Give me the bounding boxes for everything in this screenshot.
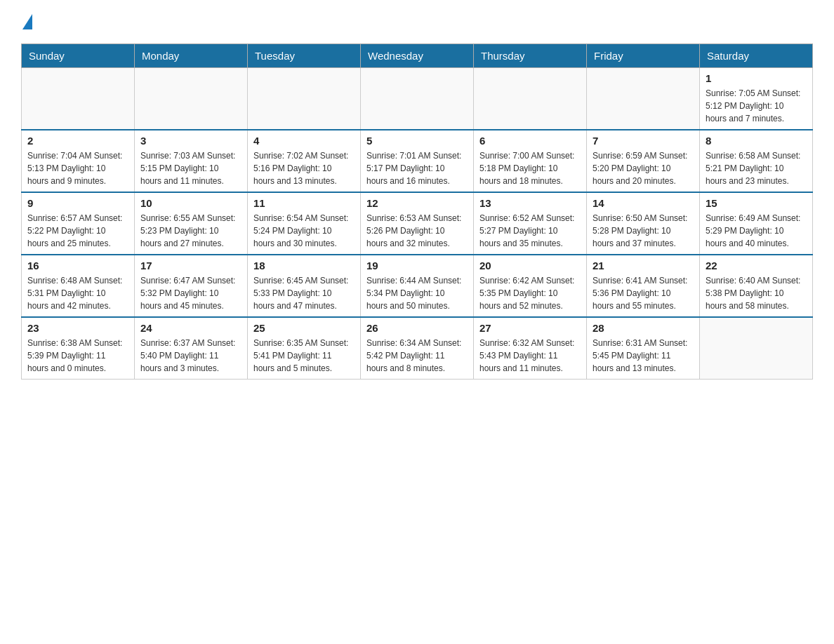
day-number: 11 [253,197,355,209]
day-info: Sunrise: 6:32 AM Sunset: 5:43 PM Dayligh… [479,337,581,375]
calendar-header-sunday: Sunday [22,44,135,68]
day-number: 17 [140,260,241,271]
day-number: 10 [140,197,241,209]
calendar-header-friday: Friday [587,44,700,68]
day-number: 13 [479,197,581,209]
calendar-cell: 19Sunrise: 6:44 AM Sunset: 5:34 PM Dayli… [361,255,474,317]
day-info: Sunrise: 6:31 AM Sunset: 5:45 PM Dayligh… [593,337,694,375]
day-info: Sunrise: 6:47 AM Sunset: 5:32 PM Dayligh… [140,274,241,312]
calendar-cell: 16Sunrise: 6:48 AM Sunset: 5:31 PM Dayli… [22,255,135,317]
day-info: Sunrise: 6:58 AM Sunset: 5:21 PM Dayligh… [706,149,807,187]
calendar-cell [474,68,587,130]
calendar-cell: 23Sunrise: 6:38 AM Sunset: 5:39 PM Dayli… [22,317,135,380]
day-info: Sunrise: 6:48 AM Sunset: 5:31 PM Dayligh… [27,274,128,312]
logo [21,14,34,29]
calendar-cell: 18Sunrise: 6:45 AM Sunset: 5:33 PM Dayli… [248,255,361,317]
calendar-cell: 5Sunrise: 7:01 AM Sunset: 5:17 PM Daylig… [361,130,474,192]
calendar-cell: 22Sunrise: 6:40 AM Sunset: 5:38 PM Dayli… [700,255,813,317]
calendar-cell [22,68,135,130]
day-info: Sunrise: 6:54 AM Sunset: 5:24 PM Dayligh… [253,212,355,250]
day-number: 7 [593,135,694,147]
calendar-cell: 21Sunrise: 6:41 AM Sunset: 5:36 PM Dayli… [587,255,700,317]
calendar-week-row: 2Sunrise: 7:04 AM Sunset: 5:13 PM Daylig… [22,130,813,192]
calendar-table: SundayMondayTuesdayWednesdayThursdayFrid… [21,43,813,380]
day-number: 25 [253,322,355,334]
day-number: 14 [593,197,694,209]
calendar-cell: 1Sunrise: 7:05 AM Sunset: 5:12 PM Daylig… [700,68,813,130]
day-number: 28 [593,322,694,334]
day-number: 26 [366,322,468,334]
calendar-cell: 26Sunrise: 6:34 AM Sunset: 5:42 PM Dayli… [361,317,474,380]
day-info: Sunrise: 6:44 AM Sunset: 5:34 PM Dayligh… [366,274,468,312]
day-info: Sunrise: 6:42 AM Sunset: 5:35 PM Dayligh… [479,274,581,312]
calendar-cell [248,68,361,130]
page-header [21,14,813,29]
day-info: Sunrise: 6:57 AM Sunset: 5:22 PM Dayligh… [27,212,128,250]
calendar-header-tuesday: Tuesday [248,44,361,68]
day-number: 6 [479,135,581,147]
day-info: Sunrise: 7:04 AM Sunset: 5:13 PM Dayligh… [27,149,128,187]
calendar-cell: 15Sunrise: 6:49 AM Sunset: 5:29 PM Dayli… [700,192,813,255]
calendar-cell [700,317,813,380]
day-info: Sunrise: 7:02 AM Sunset: 5:16 PM Dayligh… [253,149,355,187]
calendar-week-row: 9Sunrise: 6:57 AM Sunset: 5:22 PM Daylig… [22,192,813,255]
day-number: 21 [593,260,694,271]
calendar-cell: 20Sunrise: 6:42 AM Sunset: 5:35 PM Dayli… [474,255,587,317]
calendar-cell: 27Sunrise: 6:32 AM Sunset: 5:43 PM Dayli… [474,317,587,380]
day-number: 9 [27,197,128,209]
calendar-cell [361,68,474,130]
calendar-cell: 7Sunrise: 6:59 AM Sunset: 5:20 PM Daylig… [587,130,700,192]
day-number: 20 [479,260,581,271]
day-info: Sunrise: 6:40 AM Sunset: 5:38 PM Dayligh… [706,274,807,312]
calendar-cell: 3Sunrise: 7:03 AM Sunset: 5:15 PM Daylig… [135,130,248,192]
calendar-header-row: SundayMondayTuesdayWednesdayThursdayFrid… [22,44,813,68]
day-number: 19 [366,260,468,271]
calendar-header-monday: Monday [135,44,248,68]
calendar-header-wednesday: Wednesday [361,44,474,68]
calendar-cell: 14Sunrise: 6:50 AM Sunset: 5:28 PM Dayli… [587,192,700,255]
calendar-week-row: 16Sunrise: 6:48 AM Sunset: 5:31 PM Dayli… [22,255,813,317]
day-info: Sunrise: 6:49 AM Sunset: 5:29 PM Dayligh… [706,212,807,250]
day-info: Sunrise: 6:35 AM Sunset: 5:41 PM Dayligh… [253,337,355,375]
calendar-cell [587,68,700,130]
day-info: Sunrise: 7:01 AM Sunset: 5:17 PM Dayligh… [366,149,468,187]
day-number: 2 [27,135,128,147]
day-number: 5 [366,135,468,147]
day-info: Sunrise: 7:00 AM Sunset: 5:18 PM Dayligh… [479,149,581,187]
day-info: Sunrise: 7:03 AM Sunset: 5:15 PM Dayligh… [140,149,241,187]
day-number: 8 [706,135,807,147]
calendar-cell: 12Sunrise: 6:53 AM Sunset: 5:26 PM Dayli… [361,192,474,255]
logo-triangle-icon [22,14,32,29]
calendar-week-row: 23Sunrise: 6:38 AM Sunset: 5:39 PM Dayli… [22,317,813,380]
logo-general-text [21,14,34,29]
calendar-cell: 13Sunrise: 6:52 AM Sunset: 5:27 PM Dayli… [474,192,587,255]
calendar-cell: 10Sunrise: 6:55 AM Sunset: 5:23 PM Dayli… [135,192,248,255]
calendar-cell: 8Sunrise: 6:58 AM Sunset: 5:21 PM Daylig… [700,130,813,192]
calendar-cell: 4Sunrise: 7:02 AM Sunset: 5:16 PM Daylig… [248,130,361,192]
day-number: 23 [27,322,128,334]
calendar-cell: 11Sunrise: 6:54 AM Sunset: 5:24 PM Dayli… [248,192,361,255]
day-info: Sunrise: 6:45 AM Sunset: 5:33 PM Dayligh… [253,274,355,312]
day-info: Sunrise: 6:53 AM Sunset: 5:26 PM Dayligh… [366,212,468,250]
calendar-cell: 2Sunrise: 7:04 AM Sunset: 5:13 PM Daylig… [22,130,135,192]
day-number: 12 [366,197,468,209]
day-info: Sunrise: 6:37 AM Sunset: 5:40 PM Dayligh… [140,337,241,375]
day-info: Sunrise: 6:59 AM Sunset: 5:20 PM Dayligh… [593,149,694,187]
calendar-cell: 25Sunrise: 6:35 AM Sunset: 5:41 PM Dayli… [248,317,361,380]
calendar-cell: 17Sunrise: 6:47 AM Sunset: 5:32 PM Dayli… [135,255,248,317]
day-number: 18 [253,260,355,271]
day-number: 1 [706,72,807,84]
day-number: 16 [27,260,128,271]
calendar-cell: 9Sunrise: 6:57 AM Sunset: 5:22 PM Daylig… [22,192,135,255]
calendar-week-row: 1Sunrise: 7:05 AM Sunset: 5:12 PM Daylig… [22,68,813,130]
day-number: 4 [253,135,355,147]
day-number: 22 [706,260,807,271]
day-info: Sunrise: 7:05 AM Sunset: 5:12 PM Dayligh… [706,87,807,125]
day-info: Sunrise: 6:41 AM Sunset: 5:36 PM Dayligh… [593,274,694,312]
calendar-cell: 28Sunrise: 6:31 AM Sunset: 5:45 PM Dayli… [587,317,700,380]
day-info: Sunrise: 6:55 AM Sunset: 5:23 PM Dayligh… [140,212,241,250]
day-info: Sunrise: 6:34 AM Sunset: 5:42 PM Dayligh… [366,337,468,375]
calendar-header-saturday: Saturday [700,44,813,68]
day-number: 15 [706,197,807,209]
day-info: Sunrise: 6:38 AM Sunset: 5:39 PM Dayligh… [27,337,128,375]
